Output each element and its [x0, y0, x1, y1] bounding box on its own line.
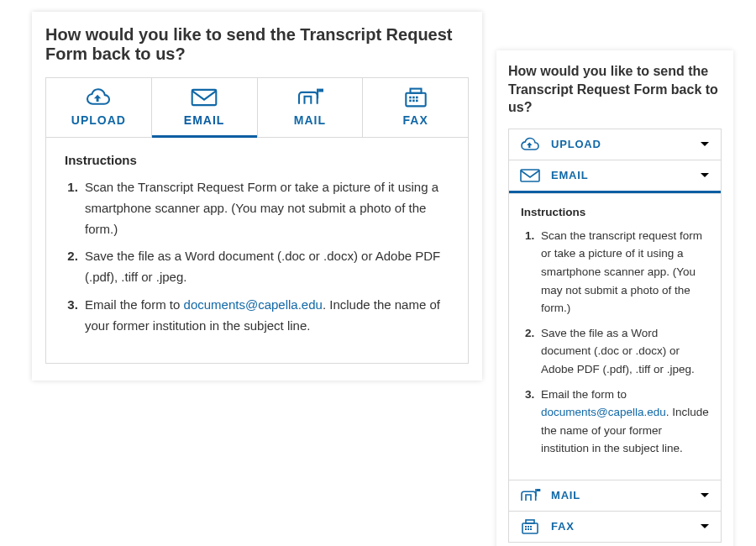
tab-email-label: EMAIL: [184, 113, 225, 127]
accordion-email-label: EMAIL: [551, 169, 588, 181]
chevron-down-icon: [699, 139, 711, 150]
tab-email[interactable]: EMAIL: [152, 78, 258, 137]
chevron-down-icon: [699, 170, 711, 181]
panel-heading: How would you like to send the Transcrip…: [508, 62, 722, 117]
transcript-accordion: UPLOAD EMAIL Instructions Scan the trans…: [508, 129, 722, 543]
instructions-list: Scan the Transcript Request Form or take…: [65, 177, 449, 336]
tab-mail-label: MAIL: [294, 113, 326, 127]
accordion-upload-label: UPLOAD: [551, 138, 601, 150]
accordion-item-fax: FAX: [509, 511, 721, 542]
instruction-step: Scan the transcript request form or take…: [538, 227, 709, 318]
accordion-toggle-email[interactable]: EMAIL: [509, 160, 721, 193]
instruction-step: Save the file as a Word document (.doc o…: [538, 324, 709, 379]
mailbox-icon: [519, 487, 541, 504]
fax-icon: [402, 87, 430, 108]
tab-fax[interactable]: FAX: [363, 78, 468, 137]
cloud-upload-icon: [519, 136, 541, 153]
transcript-send-tabs-panel: How would you like to send the Transcrip…: [32, 12, 482, 381]
tab-email-content: Instructions Scan the Transcript Request…: [45, 138, 469, 364]
cloud-upload-icon: [84, 87, 113, 108]
instruction-step: Scan the Transcript Request Form or take…: [81, 177, 449, 239]
accordion-item-mail: MAIL: [509, 480, 721, 511]
instruction-text: Email the form to: [85, 297, 184, 312]
instruction-text: Email the form to: [541, 388, 627, 401]
documents-email-link[interactable]: documents@capella.edu: [541, 406, 666, 418]
accordion-item-upload: UPLOAD: [509, 129, 721, 160]
accordion-item-email: EMAIL Instructions Scan the transcript r…: [509, 160, 721, 480]
transcript-tabs: UPLOAD EMAIL MAIL FAX: [45, 77, 469, 138]
instruction-step: Save the file as a Word document (.doc o…: [81, 246, 449, 288]
accordion-email-content: Instructions Scan the transcript request…: [509, 193, 721, 480]
documents-email-link[interactable]: documents@capella.edu: [184, 297, 323, 312]
instructions-heading: Instructions: [521, 206, 709, 218]
accordion-toggle-upload[interactable]: UPLOAD: [509, 129, 721, 160]
fax-icon: [519, 518, 541, 535]
chevron-down-icon: [699, 521, 711, 533]
accordion-toggle-mail[interactable]: MAIL: [509, 480, 721, 511]
tab-upload[interactable]: UPLOAD: [46, 78, 152, 137]
instructions-heading: Instructions: [65, 153, 449, 167]
chevron-down-icon: [699, 490, 711, 501]
accordion-toggle-fax[interactable]: FAX: [509, 512, 721, 542]
tab-fax-label: FAX: [403, 113, 428, 127]
instruction-step: Email the form to documents@capella.edu.…: [538, 386, 709, 458]
transcript-send-accordion-panel: How would you like to send the Transcrip…: [496, 50, 733, 546]
instructions-list: Scan the transcript request form or take…: [521, 227, 709, 458]
envelope-icon: [519, 167, 541, 184]
panel-heading: How would you like to send the Transcrip…: [45, 25, 469, 64]
tab-upload-label: UPLOAD: [71, 113, 126, 127]
tab-mail[interactable]: MAIL: [258, 78, 364, 137]
accordion-mail-label: MAIL: [551, 489, 580, 501]
accordion-fax-label: FAX: [551, 520, 575, 533]
mailbox-icon: [296, 87, 324, 108]
instruction-step: Email the form to documents@capella.edu.…: [81, 295, 449, 337]
envelope-icon: [190, 87, 218, 108]
